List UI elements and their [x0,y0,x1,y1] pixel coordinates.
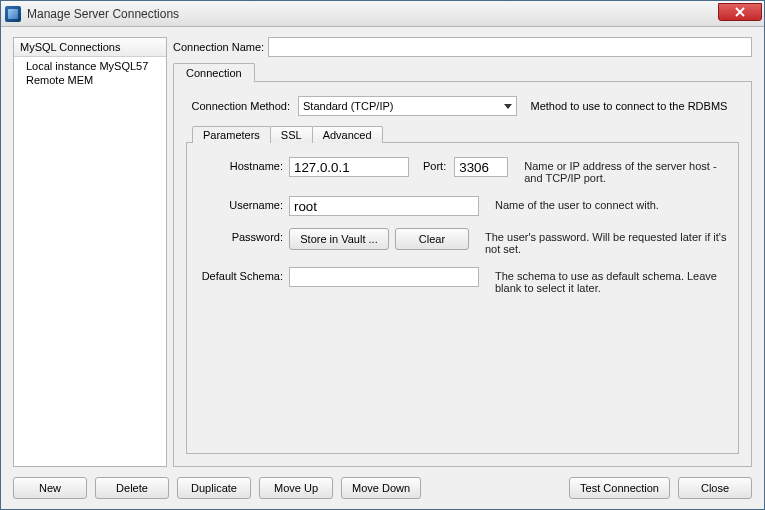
port-input[interactable] [454,157,508,177]
window-title: Manage Server Connections [27,7,179,21]
store-in-vault-button[interactable]: Store in Vault ... [289,228,389,250]
connection-name-label: Connection Name: [173,41,264,53]
connection-list-body: Local instance MySQL57 Remote MEM [14,57,166,466]
connection-method-combo[interactable]: Standard (TCP/IP) [298,96,517,116]
tab-connection[interactable]: Connection [173,63,255,82]
close-icon [735,7,745,17]
password-label: Password: [197,228,283,243]
test-connection-button[interactable]: Test Connection [569,477,670,499]
connection-list[interactable]: MySQL Connections Local instance MySQL57… [13,37,167,467]
default-schema-desc: The schema to use as default schema. Lea… [485,267,728,294]
chevron-down-icon [504,104,512,109]
tab-ssl[interactable]: SSL [270,126,313,143]
delete-button[interactable]: Delete [95,477,169,499]
titlebar[interactable]: Manage Server Connections [1,1,764,27]
password-desc: The user's password. Will be requested l… [475,228,728,255]
window-close-button[interactable] [718,3,762,21]
username-input[interactable] [289,196,479,216]
default-schema-label: Default Schema: [197,267,283,282]
hostname-label: Hostname: [197,157,283,172]
window-frame: Manage Server Connections MySQL Connecti… [0,0,765,510]
close-button[interactable]: Close [678,477,752,499]
new-button[interactable]: New [13,477,87,499]
connection-item[interactable]: Local instance MySQL57 [14,59,166,73]
parameters-page: Hostname: Port: Name or IP address of th… [186,142,739,454]
connection-item[interactable]: Remote MEM [14,73,166,87]
bottom-button-bar: New Delete Duplicate Move Up Move Down T… [13,467,752,499]
default-schema-input[interactable] [289,267,479,287]
content-area: MySQL Connections Local instance MySQL57… [1,27,764,509]
move-up-button[interactable]: Move Up [259,477,333,499]
username-desc: Name of the user to connect with. [485,196,728,211]
duplicate-button[interactable]: Duplicate [177,477,251,499]
connection-method-label: Connection Method: [186,100,290,112]
tab-parameters[interactable]: Parameters [192,126,271,143]
connection-list-header: MySQL Connections [14,38,166,57]
tab-advanced[interactable]: Advanced [312,126,383,143]
connection-name-input[interactable] [268,37,752,57]
connection-method-value: Standard (TCP/IP) [303,100,393,112]
move-down-button[interactable]: Move Down [341,477,421,499]
right-panel: Connection Name: Connection Connection M… [173,37,752,467]
port-label: Port: [415,157,448,172]
app-icon [5,6,21,22]
username-label: Username: [197,196,283,211]
tab-page-connection: Connection Method: Standard (TCP/IP) Met… [173,81,752,467]
inner-tab-strip: Parameters SSL Advanced [192,126,739,143]
hostname-desc: Name or IP address of the server host - … [514,157,728,184]
outer-tab-strip: Connection [173,63,752,82]
clear-password-button[interactable]: Clear [395,228,469,250]
hostname-input[interactable] [289,157,409,177]
connection-method-desc: Method to use to connect to the RDBMS [525,100,740,112]
